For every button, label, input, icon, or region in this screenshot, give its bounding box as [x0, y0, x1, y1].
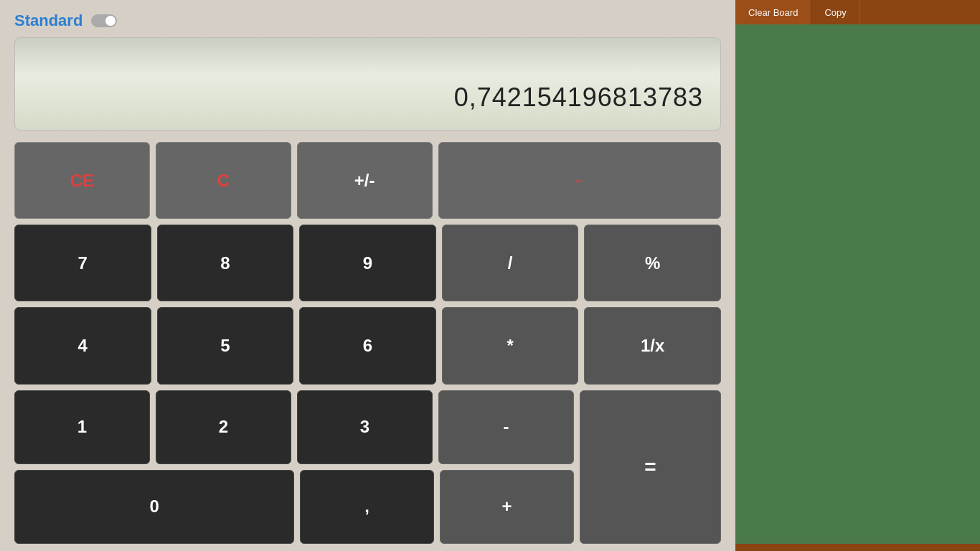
- header: Standard: [14, 7, 721, 37]
- btn-subtract[interactable]: -: [438, 390, 574, 464]
- btn-1[interactable]: 1: [14, 390, 150, 464]
- btn-9[interactable]: 9: [299, 225, 436, 301]
- btn-6[interactable]: 6: [299, 307, 436, 384]
- btn-2[interactable]: 2: [156, 390, 291, 464]
- btn-3[interactable]: 3: [297, 390, 433, 464]
- btn-5[interactable]: 5: [157, 307, 294, 384]
- calculator-panel: Standard 0,742154196813783 CE C +/- ← 7 …: [0, 0, 735, 551]
- btn-multiply[interactable]: *: [442, 307, 579, 384]
- c-button[interactable]: C: [156, 142, 291, 219]
- copy-button[interactable]: Copy: [811, 0, 859, 24]
- toggle-switch[interactable]: [91, 14, 117, 27]
- green-board: [735, 24, 980, 544]
- btn-0[interactable]: 0: [14, 470, 294, 544]
- bottom-bar: [735, 544, 980, 551]
- btn-add[interactable]: +: [440, 470, 574, 544]
- app-title: Standard: [14, 11, 83, 30]
- sign-button[interactable]: +/-: [297, 142, 433, 219]
- button-rows-4-5: 123-0,+=: [14, 390, 721, 544]
- btn-decimal[interactable]: ,: [300, 470, 434, 544]
- display-value: 0,742154196813783: [454, 83, 703, 113]
- clear-board-button[interactable]: Clear Board: [735, 0, 811, 24]
- button-row-3: 4 5 6 * 1/x: [14, 307, 721, 384]
- button-grid: CE C +/- ← 7 8 9 / % 4 5 6 * 1/x: [14, 142, 721, 544]
- btn-7[interactable]: 7: [14, 225, 151, 301]
- toolbar: Clear Board Copy: [735, 0, 980, 24]
- btn-percent[interactable]: %: [584, 225, 721, 301]
- btn-8[interactable]: 8: [157, 225, 294, 301]
- right-panel: Clear Board Copy: [735, 0, 980, 551]
- ce-button[interactable]: CE: [14, 142, 150, 219]
- btn-divide[interactable]: /: [442, 225, 579, 301]
- display-container: 0,742154196813783: [14, 37, 721, 131]
- button-row-2: 7 8 9 / %: [14, 225, 721, 301]
- backspace-button[interactable]: ←: [438, 142, 721, 219]
- btn-reciprocal[interactable]: 1/x: [584, 307, 721, 384]
- btn-equals[interactable]: =: [580, 390, 721, 544]
- btn-4[interactable]: 4: [14, 307, 151, 384]
- button-row-1: CE C +/- ←: [14, 142, 721, 219]
